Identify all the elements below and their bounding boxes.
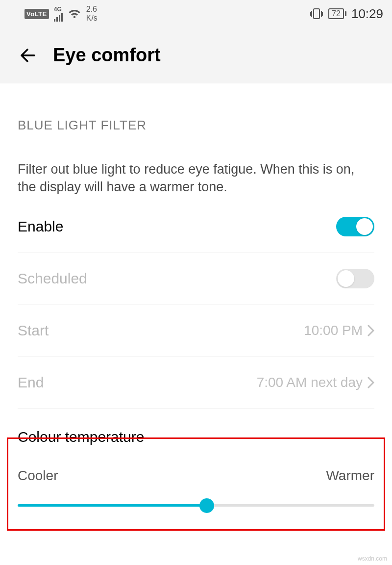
status-bar: VoLTE 4G 2.6 K/s 72 10:29: [0, 0, 392, 27]
status-right: 72 10:29: [310, 6, 383, 22]
page-title: Eye comfort: [53, 45, 161, 66]
vibrate-icon: [310, 8, 323, 20]
volte-badge: VoLTE: [24, 9, 49, 19]
battery-cap-icon: [345, 11, 346, 16]
network-gen: 4G: [54, 6, 62, 12]
network-speed: 2.6 K/s: [86, 5, 98, 22]
chevron-right-icon: [368, 325, 374, 336]
signal-indicator: 4G: [54, 6, 63, 22]
scheduled-toggle[interactable]: [336, 269, 374, 288]
section-description: Filter out blue light to reduce eye fati…: [18, 139, 374, 201]
scheduled-label: Scheduled: [18, 270, 87, 287]
end-label: End: [18, 374, 44, 391]
battery-level: 72: [328, 8, 344, 19]
svg-rect-0: [314, 9, 319, 19]
start-label: Start: [18, 322, 49, 339]
start-value: 10:00 PM: [304, 323, 374, 338]
toggle-knob: [356, 218, 373, 235]
enable-label: Enable: [18, 218, 63, 235]
arrow-left-icon: [19, 46, 38, 65]
toggle-knob: [338, 270, 354, 287]
battery-indicator: 72: [328, 8, 346, 19]
row-scheduled[interactable]: Scheduled: [18, 253, 374, 305]
end-value: 7:00 AM next day: [257, 375, 374, 390]
chevron-right-icon: [368, 377, 374, 388]
signal-bars-icon: [54, 13, 63, 22]
status-left: VoLTE 4G 2.6 K/s: [24, 5, 98, 22]
row-enable[interactable]: Enable: [18, 201, 374, 253]
wifi-icon: [68, 8, 81, 19]
section-header: BLUE LIGHT FILTER: [18, 83, 374, 139]
speed-unit: K/s: [86, 14, 98, 23]
clock: 10:29: [351, 6, 383, 22]
page-header: Eye comfort: [0, 27, 392, 83]
row-start[interactable]: Start 10:00 PM: [18, 305, 374, 357]
watermark: wsxdn.com: [358, 555, 387, 562]
row-end[interactable]: End 7:00 AM next day: [18, 357, 374, 409]
annotation-highlight-box: [7, 437, 385, 531]
back-button[interactable]: [18, 45, 39, 66]
speed-value: 2.6: [86, 5, 98, 14]
enable-toggle[interactable]: [336, 217, 374, 236]
